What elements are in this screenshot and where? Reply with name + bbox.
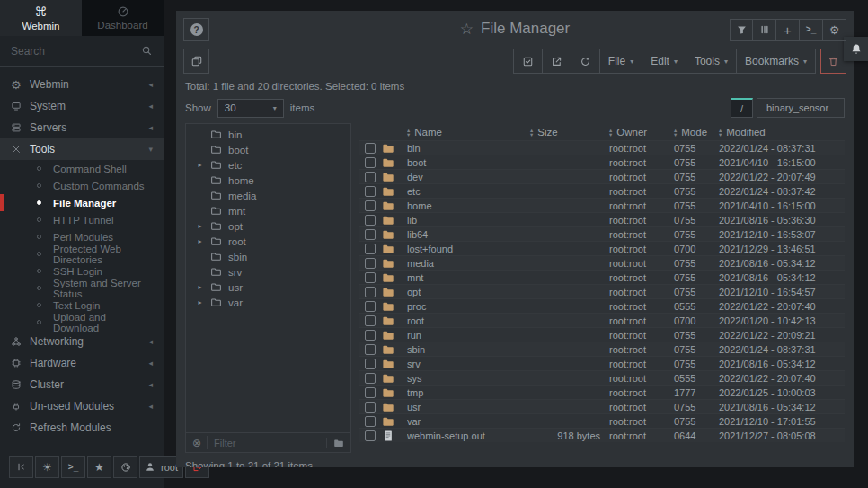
help-button[interactable]: ? [183, 18, 209, 41]
file-name[interactable]: lib64 [407, 229, 528, 240]
sidebar-subitem-upload-and-download[interactable]: Upload and Download [0, 314, 164, 331]
table-row-tmp[interactable]: tmproot:root17772022/01/25 - 10:00:03 [359, 385, 845, 399]
sidebar-item-un-used-modules[interactable]: Un-used Modules◂ [0, 395, 164, 417]
table-row-opt[interactable]: optroot:root07552021/12/10 - 16:54:57 [359, 284, 845, 298]
tree-item-sbin[interactable]: sbin [186, 249, 350, 264]
tree-expand-icon[interactable]: ▸ [196, 283, 204, 291]
row-checkbox[interactable] [365, 344, 376, 355]
table-row-media[interactable]: mediaroot:root07552021/08/16 - 05:34:12 [359, 255, 845, 270]
breadcrumb-root-button[interactable]: / [731, 98, 753, 118]
tree-item-mnt[interactable]: mnt [186, 203, 350, 218]
sidebar-item-refresh-modules[interactable]: Refresh Modules [0, 417, 164, 439]
file-name[interactable]: lost+found [407, 244, 528, 254]
tree-item-var[interactable]: ▸var [186, 295, 350, 310]
row-checkbox[interactable] [365, 402, 376, 413]
open-external-button[interactable] [543, 49, 571, 74]
column-header-owner[interactable]: ▴▾Owner [609, 127, 674, 138]
table-row-lost-found[interactable]: lost+foundroot:root07002021/12/29 - 13:4… [359, 241, 845, 255]
table-row-dev[interactable]: devroot:root07552022/01/22 - 20:07:49 [359, 169, 845, 183]
file-name[interactable]: sbin [407, 344, 528, 355]
filter-button[interactable] [730, 19, 753, 41]
sidebar-subitem-protected-web-directories[interactable]: Protected Web Directories [0, 245, 164, 262]
tools-menu-button[interactable]: Tools▾ [686, 49, 737, 74]
collapse-sidebar-button[interactable] [9, 456, 33, 478]
row-checkbox[interactable] [365, 301, 376, 312]
table-row-proc[interactable]: procroot:root05552022/01/22 - 20:07:40 [359, 298, 845, 313]
table-row-srv[interactable]: srvroot:root07552021/08/16 - 05:34:12 [359, 356, 845, 370]
table-row-root[interactable]: rootroot:root07002022/01/20 - 10:42:13 [359, 313, 845, 327]
tree-item-etc[interactable]: ▸etc [186, 157, 350, 173]
tab-webmin[interactable]: ⌘ Webmin [0, 0, 82, 36]
clear-filter-icon[interactable]: ⊗ [192, 438, 201, 448]
file-name[interactable]: sys [407, 373, 528, 384]
row-checkbox[interactable] [365, 258, 376, 269]
table-row-sbin[interactable]: sbinroot:root07552022/01/24 - 08:37:31 [359, 342, 845, 356]
sidebar-item-webmin[interactable]: ⚙Webmin◂ [0, 74, 164, 95]
row-checkbox[interactable] [365, 272, 376, 283]
sidebar-item-networking[interactable]: Networking◂ [0, 331, 164, 352]
sidebar-item-hardware[interactable]: Hardware◂ [0, 352, 164, 374]
tree-item-boot[interactable]: boot [186, 142, 350, 157]
row-checkbox[interactable] [365, 229, 376, 240]
file-name[interactable]: dev [407, 172, 528, 182]
file-menu-button[interactable]: File▾ [600, 49, 642, 74]
column-header-size[interactable]: ▴▾Size [528, 127, 609, 138]
tree-item-root[interactable]: ▸root [186, 234, 350, 249]
tree-expand-icon[interactable]: ▸ [196, 161, 204, 169]
file-name[interactable]: home [407, 200, 528, 211]
sidebar-subitem-system-and-server-status[interactable]: System and Server Status [0, 279, 164, 297]
row-checkbox[interactable] [365, 430, 376, 441]
file-name[interactable]: tmp [407, 387, 528, 398]
tree-filter-input[interactable] [207, 436, 321, 449]
table-row-webmin-setup-out[interactable]: webmin-setup.out918 bytesroot:root064420… [359, 428, 845, 442]
clone-window-button[interactable] [183, 49, 209, 74]
sidebar-item-system[interactable]: System◂ [0, 95, 164, 117]
file-name[interactable]: etc [407, 186, 528, 197]
table-row-lib64[interactable]: lib64root:root07552021/12/10 - 16:53:07 [359, 226, 845, 241]
sidebar-item-servers[interactable]: Servers◂ [0, 117, 164, 138]
file-name[interactable]: webmin-setup.out [407, 430, 528, 441]
file-name[interactable]: lib [407, 215, 528, 226]
search-input[interactable] [11, 45, 141, 58]
table-row-var[interactable]: varroot:root07552021/12/10 - 17:01:55 [359, 413, 845, 428]
table-row-home[interactable]: homeroot:root07552021/04/10 - 16:15:00 [359, 198, 845, 212]
file-name[interactable]: media [407, 258, 528, 269]
table-row-run[interactable]: runroot:root07552022/01/22 - 20:09:21 [359, 327, 845, 342]
row-checkbox[interactable] [365, 287, 376, 297]
column-header-name[interactable]: ▴▾Name [407, 127, 528, 138]
sidebar-subitem-custom-commands[interactable]: Custom Commands [0, 177, 164, 194]
favorites-button[interactable]: ★ [87, 456, 111, 478]
tree-expand-icon[interactable]: ▸ [196, 237, 204, 245]
file-name[interactable]: opt [407, 287, 528, 297]
table-row-mnt[interactable]: mntroot:root07552021/08/16 - 05:34:12 [359, 270, 845, 284]
tree-item-bin[interactable]: bin [186, 127, 350, 142]
sidebar-subitem-http-tunnel[interactable]: HTTP Tunnel [0, 211, 164, 228]
row-checkbox[interactable] [365, 200, 376, 211]
column-header-mode[interactable]: ▴▾Mode [674, 127, 719, 138]
tree-item-usr[interactable]: ▸usr [186, 279, 350, 295]
file-name[interactable]: root [407, 315, 528, 326]
tree-expand-icon[interactable]: ▸ [196, 222, 204, 230]
sidebar-subitem-file-manager[interactable]: File Manager [0, 194, 164, 211]
settings-button[interactable]: ⚙ [823, 19, 846, 41]
row-checkbox[interactable] [365, 416, 376, 427]
sidebar-item-cluster[interactable]: Cluster◂ [0, 374, 164, 395]
sidebar-item-tools[interactable]: Tools▾ [0, 138, 164, 160]
select-toggle-button[interactable] [513, 49, 543, 74]
row-checkbox[interactable] [365, 315, 376, 326]
table-row-usr[interactable]: usrroot:root07552021/08/16 - 05:34:12 [359, 399, 845, 413]
sidebar-subitem-command-shell[interactable]: Command Shell [0, 160, 164, 177]
row-checkbox[interactable] [365, 359, 376, 369]
shell-button[interactable]: >_ [800, 19, 823, 41]
row-checkbox[interactable] [365, 373, 376, 384]
tree-expand-icon[interactable]: ▸ [196, 298, 204, 306]
delete-button[interactable] [820, 49, 846, 74]
add-button[interactable]: + [776, 19, 800, 41]
bookmarks-menu-button[interactable]: Bookmarks▾ [737, 49, 816, 74]
row-checkbox[interactable] [365, 330, 376, 341]
file-name[interactable]: run [407, 330, 528, 341]
tree-item-media[interactable]: media [186, 188, 350, 203]
table-row-boot[interactable]: bootroot:root07552021/04/10 - 16:15:00 [359, 155, 845, 169]
notifications-button[interactable] [844, 37, 868, 61]
row-checkbox[interactable] [365, 186, 376, 197]
